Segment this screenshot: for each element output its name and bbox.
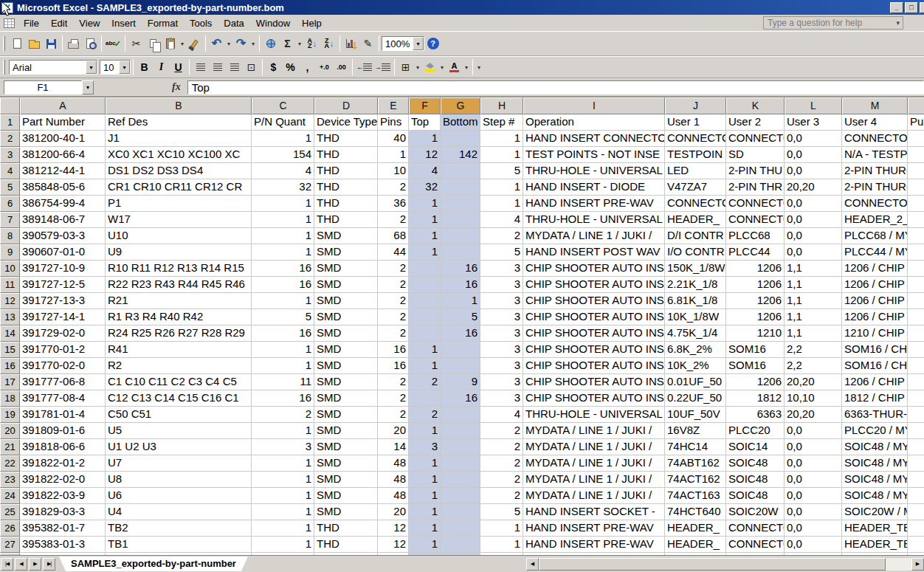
cell-M7[interactable]: HEADER_2_P <box>842 212 908 228</box>
undo-dropdown[interactable]: ▾ <box>225 41 232 47</box>
cell-J24[interactable]: 74ACT163 <box>665 488 726 504</box>
cell-C19[interactable]: 2 <box>252 407 314 423</box>
cell-E4[interactable]: 10 <box>378 163 409 179</box>
cell-A24[interactable]: 391822-03-9 <box>20 488 106 504</box>
cell-I-partial[interactable] <box>523 553 665 555</box>
cell-D6[interactable]: THD <box>314 196 378 212</box>
cell-K3[interactable]: SD <box>726 147 785 163</box>
menu-view[interactable]: View <box>73 15 106 31</box>
row-header-21[interactable]: 21 <box>0 439 20 455</box>
cell-M9[interactable]: PLCC44 / MY <box>842 244 908 261</box>
cell-M-partial[interactable] <box>842 553 908 555</box>
cell-I16[interactable]: CHIP SHOOTER AUTO INS <box>523 358 665 374</box>
cell-K24[interactable]: SOIC48 <box>726 488 785 504</box>
column-header-H[interactable]: H <box>480 97 523 114</box>
cell-A27[interactable]: 395383-01-3 <box>20 537 106 553</box>
cell-C18[interactable]: 16 <box>252 390 314 407</box>
cell-N22[interactable] <box>908 455 924 472</box>
cell-M15[interactable]: SOM16 / CHIP <box>842 342 908 358</box>
cell-F18[interactable] <box>409 390 441 407</box>
redo-button[interactable]: ↷ <box>232 35 249 52</box>
cell-J16[interactable]: 10K_2% <box>665 358 726 374</box>
cell-B5[interactable]: CR1 CR10 CR11 CR12 CR <box>106 179 252 196</box>
cell-H4[interactable]: 5 <box>480 163 523 179</box>
cell-I24[interactable]: MYDATA / LINE 1 / JUKI / <box>523 488 665 504</box>
cell-D5[interactable]: THD <box>314 179 378 196</box>
cell-K17[interactable]: 1206 <box>726 374 785 390</box>
cell-J18[interactable]: 0.22UF_50 <box>665 390 726 407</box>
column-header-A[interactable]: A <box>20 97 106 114</box>
cell-K15[interactable]: SOM16 <box>726 342 785 358</box>
align-right-button[interactable] <box>226 58 243 76</box>
cell-K18[interactable]: 1812 <box>726 390 785 407</box>
row-header-12[interactable]: 12 <box>0 293 20 309</box>
cell-E27[interactable]: 12 <box>378 537 409 553</box>
cell-B21[interactable]: U1 U2 U3 <box>106 439 252 455</box>
cell-M13[interactable]: 1206 / CHIP S <box>842 309 908 325</box>
cell-M22[interactable]: SOIC48 / MYD <box>842 455 908 472</box>
cell-G26[interactable] <box>441 520 480 537</box>
h-scrollbar-thumb[interactable] <box>539 558 886 571</box>
cell-F1[interactable]: Top <box>409 114 441 131</box>
row-header-26[interactable]: 26 <box>0 520 20 537</box>
cell-J12[interactable]: 6.81K_1/8 <box>665 293 726 309</box>
cell-H26[interactable]: 1 <box>480 520 523 537</box>
cell-B3[interactable]: XC0 XC1 XC10 XC100 XC <box>106 147 252 163</box>
cell-K4[interactable]: 2-PIN THU <box>726 163 785 179</box>
cell-J5[interactable]: V47ZA7 <box>665 179 726 196</box>
cell-I1[interactable]: Operation <box>523 114 665 131</box>
cell-M11[interactable]: 1206 / CHIP S <box>842 277 908 293</box>
cell-B8[interactable]: U10 <box>106 228 252 244</box>
cell-K27[interactable]: CONNECTO <box>726 537 785 553</box>
cell-B14[interactable]: R24 R25 R26 R27 R28 R29 <box>106 325 252 342</box>
cell-C5[interactable]: 32 <box>252 179 314 196</box>
cell-H14[interactable]: 3 <box>480 325 523 342</box>
cell-D23[interactable]: SMD <box>314 472 378 488</box>
cell-N1[interactable]: Pull <box>908 114 924 131</box>
cell-I3[interactable]: TEST POINTS - NOT INSE <box>523 147 665 163</box>
cell-E6[interactable]: 36 <box>378 196 409 212</box>
menu-edit[interactable]: Edit <box>45 15 73 31</box>
cell-C24[interactable]: 1 <box>252 488 314 504</box>
cell-J2[interactable]: CONNECTO <box>665 131 726 147</box>
zoom-combobox[interactable]: 100% ▾ <box>382 36 424 51</box>
row-header-27[interactable]: 27 <box>0 537 20 553</box>
cell-C1[interactable]: P/N Quant <box>252 114 314 131</box>
menu-tools[interactable]: Tools <box>184 15 218 31</box>
cell-A15[interactable]: 391770-01-2 <box>20 342 106 358</box>
cell-C6[interactable]: 1 <box>252 196 314 212</box>
cell-G15[interactable] <box>441 342 480 358</box>
cell-H7[interactable]: 4 <box>480 212 523 228</box>
insert-hyperlink-button[interactable] <box>262 35 279 52</box>
cell-I20[interactable]: MYDATA / LINE 1 / JUKI / <box>523 423 665 439</box>
cell-L25[interactable]: 0,0 <box>785 504 842 520</box>
cell-A13[interactable]: 391727-14-1 <box>20 309 106 325</box>
scroll-left-button[interactable]: ◀ <box>526 558 539 571</box>
cell-K20[interactable]: PLCC20 <box>726 423 785 439</box>
cell-K7[interactable]: CONNECTO <box>726 212 785 228</box>
toolbar-grip[interactable] <box>3 36 5 51</box>
cell-L15[interactable]: 2,2 <box>785 342 842 358</box>
cell-C23[interactable]: 1 <box>252 472 314 488</box>
cell-N21[interactable] <box>908 439 924 455</box>
cell-G20[interactable] <box>441 423 480 439</box>
cell-J6[interactable]: CONNECTO <box>665 196 726 212</box>
redo-dropdown[interactable]: ▾ <box>249 41 257 47</box>
cell-N5[interactable] <box>908 179 924 196</box>
cell-A-partial[interactable] <box>20 553 106 555</box>
cell-M17[interactable]: 1206 / CHIP S <box>842 374 908 390</box>
row-header-6[interactable]: 6 <box>0 196 20 212</box>
cell-N14[interactable] <box>908 325 924 342</box>
cell-B9[interactable]: U9 <box>106 244 252 261</box>
row-header-20[interactable]: 20 <box>0 423 20 439</box>
cell-J9[interactable]: I/O CONTR <box>665 244 726 261</box>
formula-input[interactable]: Top <box>187 80 924 94</box>
cell-B17[interactable]: C1 C10 C11 C2 C3 C4 C5 <box>106 374 252 390</box>
cell-J21[interactable]: 74HC14 <box>665 439 726 455</box>
cell-G19[interactable] <box>441 407 480 423</box>
cell-J13[interactable]: 10K_1/8W <box>665 309 726 325</box>
font-name-combobox[interactable]: Arial ▾ <box>9 60 97 75</box>
row-header-19[interactable]: 19 <box>0 407 20 423</box>
cell-J15[interactable]: 6.8K_2% <box>665 342 726 358</box>
column-header-F[interactable]: F <box>409 97 441 114</box>
